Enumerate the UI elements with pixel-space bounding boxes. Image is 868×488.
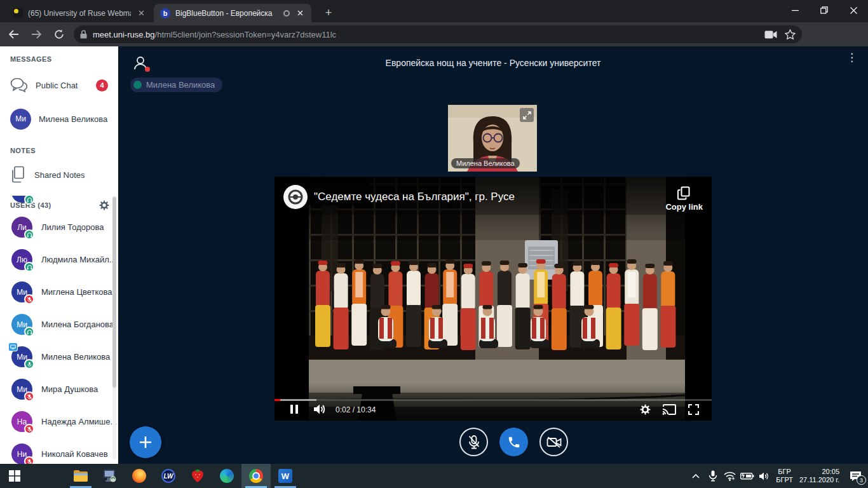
video-top-gradient: [275, 177, 712, 234]
youtube-video-player[interactable]: "Седемте чудеса на България", гр. Русе C…: [275, 177, 712, 421]
avatar: Ми: [11, 314, 32, 335]
tab-bigbluebutton[interactable]: b BigBlueButton - Европейска: [154, 4, 311, 22]
tab-media-indicator-icon: [283, 10, 290, 17]
user-name: Надежда Алмише...: [41, 417, 117, 426]
lock-icon: [80, 30, 87, 39]
avatar: Ми: [11, 281, 32, 302]
maximize-button[interactable]: [810, 0, 839, 20]
shared-notes-label: Shared Notes: [34, 170, 85, 180]
windows-taskbar: LW W: [0, 464, 868, 488]
user-row[interactable]: МиМира Душкова: [0, 373, 118, 405]
tray-language-indicator[interactable]: БГР БГРТ: [773, 468, 796, 484]
options-menu-icon[interactable]: ⋮: [846, 55, 855, 60]
webcam-video[interactable]: Милена Великова: [448, 105, 537, 172]
video-title[interactable]: "Седемте чудеса на България", гр. Русе: [314, 191, 515, 203]
bigbluebutton-favicon: b: [160, 8, 170, 18]
user-row[interactable]: МиМилена Великова: [0, 341, 118, 373]
user-name: Миглена Цветкова: [41, 287, 112, 297]
tray-microphone-icon[interactable]: [704, 464, 721, 488]
userlist-scrollbar-thumb[interactable]: [112, 197, 116, 388]
avatar: Ми: [11, 346, 32, 367]
taskbar-firefox[interactable]: [125, 464, 154, 488]
microphone-muted-button[interactable]: [459, 428, 488, 456]
tray-battery-icon[interactable]: [738, 464, 756, 488]
video-settings-gear-icon[interactable]: [637, 403, 653, 416]
leave-audio-button[interactable]: [499, 428, 528, 456]
avatar: Ли: [11, 217, 32, 238]
public-chat-item[interactable]: Public Chat 4: [0, 74, 118, 96]
video-buffer: [275, 399, 316, 401]
bbb-main-area: Европейска нощ на учените - Русенски уни…: [118, 46, 868, 464]
new-tab-button[interactable]: +: [320, 5, 337, 22]
bookmark-star-icon[interactable]: [785, 29, 796, 40]
webcam-fullscreen-icon[interactable]: [520, 108, 534, 122]
talker-indicator[interactable]: Милена Великова: [130, 78, 222, 92]
actions-plus-button[interactable]: [130, 426, 161, 458]
copy-link-label[interactable]: Copy link: [665, 202, 703, 212]
browser-tabstrip: (65) University of Ruse Webmail :: b Big…: [0, 0, 868, 22]
video-fullscreen-icon[interactable]: [685, 403, 702, 416]
mic-on-badge-icon: [24, 359, 34, 369]
user-row[interactable]: МиМиглена Цветкова: [0, 276, 118, 308]
close-window-button[interactable]: [839, 0, 868, 20]
cast-icon[interactable]: [661, 403, 677, 416]
taskbar-remote-desktop[interactable]: [95, 464, 125, 488]
user-row[interactable]: НаНадежда Алмише...: [0, 405, 118, 438]
user-row[interactable]: ЛиЛилия Тодорова: [0, 211, 118, 243]
talker-name: Милена Великова: [146, 80, 215, 90]
tab-close-icon[interactable]: [295, 8, 305, 18]
tray-wifi-icon[interactable]: [721, 464, 738, 488]
tab-title: BigBlueButton - Европейска: [175, 9, 278, 18]
user-list[interactable]: ЛиЛилия ТодороваЛюЛюдмила Михайл...МиМиг…: [0, 196, 118, 464]
minimize-button[interactable]: [780, 0, 810, 20]
camera-in-use-icon[interactable]: [764, 30, 777, 39]
public-chat-label: Public Chat: [36, 81, 78, 90]
webcam-name-tag: Милена Великова: [451, 158, 520, 168]
taskbar-edge[interactable]: [212, 464, 241, 488]
muted-mic-badge-icon: [24, 424, 34, 434]
user-name: Милена Богданова: [41, 320, 114, 329]
private-chat-name: Милена Великова: [39, 114, 107, 124]
taskbar-word[interactable]: W: [271, 464, 300, 488]
start-button[interactable]: [0, 464, 29, 488]
shared-notes-item[interactable]: Shared Notes: [0, 163, 118, 186]
address-bar[interactable]: meet.uni-ruse.bg/html5client/join?sessio…: [74, 25, 802, 43]
tab-close-icon[interactable]: [136, 8, 146, 18]
listen-only-badge-icon: [24, 262, 34, 272]
webcam-disabled-button[interactable]: [539, 428, 568, 456]
taskbar-lw-app[interactable]: LW: [154, 464, 183, 488]
reload-icon[interactable]: [50, 25, 69, 44]
taskbar-file-explorer[interactable]: [66, 464, 95, 488]
action-center-icon[interactable]: 3: [843, 464, 868, 488]
forward-icon[interactable]: [27, 25, 46, 44]
notification-count-badge: 3: [857, 475, 866, 485]
user-row-partial: [0, 196, 118, 211]
taskbar-strawberry-app[interactable]: [183, 464, 212, 488]
channel-avatar[interactable]: [283, 185, 308, 209]
shared-notes-icon: [10, 166, 27, 184]
tray-chevron-icon[interactable]: [687, 464, 704, 488]
back-icon[interactable]: [4, 25, 23, 44]
listen-only-badge-icon: [24, 229, 34, 240]
video-progress-bar[interactable]: [275, 399, 712, 401]
volume-icon[interactable]: [311, 403, 328, 416]
unread-badge: 4: [96, 79, 108, 92]
user-row[interactable]: ЛюЛюдмила Михайл...: [0, 243, 118, 276]
user-row[interactable]: МиМилена Богданова: [0, 308, 118, 341]
messages-header: MESSAGES: [0, 55, 118, 63]
tray-clock[interactable]: 20:05 27.11.2020 г.: [796, 468, 843, 484]
video-played: [275, 399, 280, 401]
user-name: Милена Великова: [41, 352, 110, 362]
taskbar-chrome[interactable]: [241, 464, 271, 488]
tray-volume-icon[interactable]: [756, 464, 773, 488]
tab-webmail[interactable]: (65) University of Ruse Webmail ::: [6, 4, 153, 22]
copy-link-icon[interactable]: [677, 186, 690, 200]
private-chat-item[interactable]: Ми Милена Великова: [0, 106, 118, 132]
pause-button[interactable]: [286, 403, 302, 416]
user-name: Лилия Тодорова: [41, 222, 104, 232]
notes-header: NOTES: [0, 147, 118, 154]
user-row[interactable]: НиНиколай Ковачев: [0, 438, 118, 464]
user-name: Николай Ковачев: [41, 449, 108, 459]
avatar: Ни: [11, 444, 32, 464]
talker-status-dot: [133, 81, 142, 89]
